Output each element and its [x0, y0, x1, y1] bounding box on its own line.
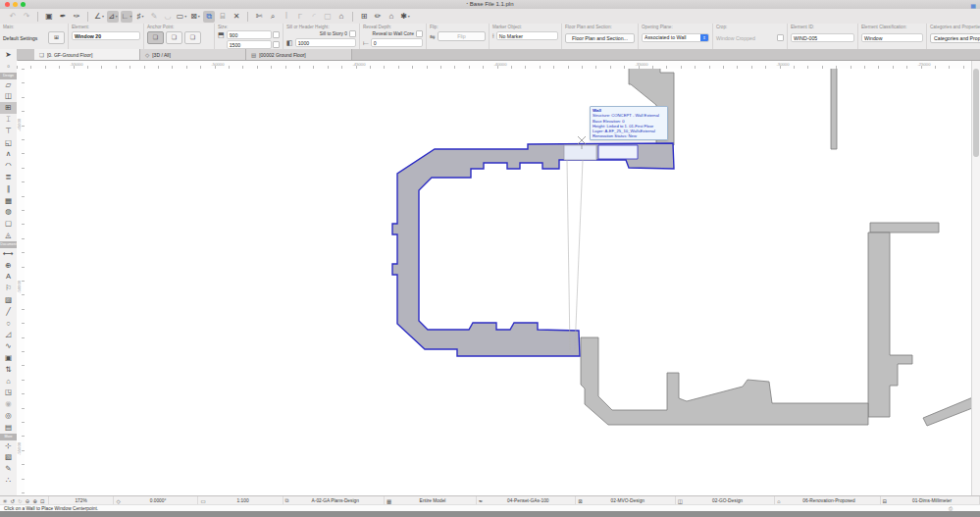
- reveal-to-core-label: Reveal to Wall Core: [373, 31, 414, 36]
- guide-lines-icon[interactable]: ∟: [121, 11, 132, 23]
- tab-2[interactable]: ◇[3D / All]: [140, 49, 246, 60]
- quick-options-icon[interactable]: ✳: [3, 498, 8, 504]
- anchor-center-button[interactable]: ❏: [166, 31, 182, 44]
- spline-tool[interactable]: ∿: [0, 340, 17, 352]
- point-cloud-tool[interactable]: ∴: [0, 475, 17, 487]
- cancel-icon[interactable]: ✕: [231, 11, 242, 23]
- elevation-edit-icon[interactable]: ⌂: [335, 11, 347, 23]
- toolbox-section-more: More: [0, 434, 17, 440]
- zone-tool[interactable]: ▢: [0, 218, 17, 230]
- zoom-in-icon[interactable]: ⊕: [32, 498, 37, 504]
- height-lock-checkbox[interactable]: [273, 41, 280, 48]
- arrow-tool[interactable]: ➤: [0, 49, 17, 61]
- popup-arrows-icon[interactable]: ⇕: [700, 33, 708, 42]
- drawing-tool[interactable]: ▣: [0, 352, 17, 364]
- scrollbar-thumb[interactable]: [973, 69, 979, 157]
- level-dimension-tool[interactable]: ⊕: [0, 260, 17, 272]
- elevation-tool[interactable]: ⌂: [0, 376, 17, 388]
- roof-tool[interactable]: ∧: [0, 148, 17, 160]
- text-tool[interactable]: A: [0, 271, 17, 283]
- pickup-parameters-icon[interactable]: ✒: [57, 11, 69, 23]
- curtain-wall-tool[interactable]: ▦: [0, 195, 17, 207]
- zoom-out-icon[interactable]: ⊖: [26, 498, 30, 504]
- mesh-tool[interactable]: ◬: [0, 230, 17, 241]
- section-tool[interactable]: ⇅: [0, 364, 17, 376]
- anchor-right-button[interactable]: ❏: [184, 31, 201, 44]
- sill-to-story-checkbox[interactable]: [349, 30, 356, 37]
- stair-tool[interactable]: ≣: [0, 172, 17, 183]
- crop-checkbox[interactable]: [777, 34, 784, 41]
- wall-bottom-complex[interactable]: [581, 337, 868, 425]
- detail-tool[interactable]: ◎: [0, 410, 17, 422]
- grid-display-icon[interactable]: ⊞: [358, 11, 370, 23]
- object-tool[interactable]: ◍: [0, 206, 17, 218]
- snap-reference-icon[interactable]: ∠: [93, 11, 105, 23]
- hotspot-tool[interactable]: ⊹: [0, 440, 17, 452]
- markup-icon[interactable]: ✏: [372, 11, 384, 23]
- figure-tool[interactable]: ▧: [0, 451, 17, 463]
- shell-tool[interactable]: ◠: [0, 160, 17, 172]
- options-icon[interactable]: ✱: [399, 11, 411, 23]
- hruler-label: -30000: [776, 62, 789, 67]
- renovation-filter-icon[interactable]: ⧉: [203, 11, 215, 23]
- polyline-tool[interactable]: ◿: [0, 329, 17, 340]
- fill-tool[interactable]: ▨: [0, 294, 17, 306]
- element-type-field[interactable]: Window 20: [72, 31, 140, 40]
- classification-field[interactable]: Window: [861, 33, 923, 42]
- window-tool[interactable]: ⊞: [0, 102, 17, 114]
- tab-overview-icon[interactable]: ▦: [970, 2, 976, 9]
- find-select-icon[interactable]: ⌕: [267, 11, 279, 23]
- beam-tool[interactable]: ⊤: [0, 126, 17, 137]
- patch-tool[interactable]: ✎: [0, 463, 17, 475]
- vertical-scrollbar[interactable]: [971, 61, 980, 495]
- existing-window[interactable]: [598, 145, 638, 159]
- reveal-to-core-checkbox[interactable]: [416, 30, 423, 37]
- fit-in-window-icon[interactable]: ⊡: [40, 498, 45, 504]
- window-placement-preview[interactable]: [564, 145, 596, 160]
- floor-plan-section-button[interactable]: Floor Plan and Section...: [565, 33, 635, 43]
- marker-field[interactable]: No Marker: [496, 31, 558, 40]
- home-story-icon[interactable]: ⌂: [386, 11, 397, 23]
- zoom-back-icon[interactable]: ↺: [11, 498, 16, 504]
- dimension-tool[interactable]: ⟷: [0, 248, 17, 260]
- railing-tool[interactable]: ∥: [0, 183, 17, 195]
- snap-points-icon[interactable]: ⊿: [107, 11, 119, 23]
- suspend-groups-icon[interactable]: ⊠: [189, 11, 201, 23]
- slab-tool[interactable]: ◱: [0, 137, 17, 149]
- marquee-tool[interactable]: ▫: [0, 61, 17, 73]
- width-lock-checkbox[interactable]: [273, 31, 280, 38]
- wall-vertical-band[interactable]: [868, 233, 912, 417]
- inject-parameters-icon[interactable]: ✑: [71, 11, 82, 23]
- wall-horizontal-bar[interactable]: [870, 223, 939, 233]
- element-id-field[interactable]: WIND-005: [791, 33, 854, 42]
- height-field[interactable]: 1500: [227, 40, 272, 49]
- door-tool[interactable]: ◫: [0, 90, 17, 102]
- settings-dialog-button[interactable]: ⊞: [48, 31, 65, 44]
- tab-1[interactable]: ❏[0. GF-Ground Floor]: [34, 49, 140, 60]
- default-settings-label[interactable]: Default Settings: [3, 35, 37, 41]
- split-icon[interactable]: ✄: [253, 11, 265, 23]
- wall-thin-vertical[interactable]: [831, 69, 837, 149]
- favorites-icon[interactable]: ▣: [43, 11, 55, 23]
- interior-elevation-tool[interactable]: ◳: [0, 387, 17, 398]
- label-tool[interactable]: ⚐: [0, 283, 17, 294]
- geometry-method-icon[interactable]: ▭: [176, 11, 187, 23]
- selected-wall-outline[interactable]: [392, 143, 674, 356]
- worksheet-tool[interactable]: ▤: [0, 422, 17, 434]
- tab-3[interactable]: ▤[00002 Ground Floor]: [246, 49, 352, 60]
- wall-tool[interactable]: ▱: [0, 79, 17, 91]
- column-tool[interactable]: ⌶: [0, 114, 17, 126]
- reveal-depth-field[interactable]: 0: [371, 38, 423, 47]
- line-tool[interactable]: ╱: [0, 306, 17, 318]
- anchor-left-button[interactable]: ❏: [147, 31, 164, 44]
- wall-bottom-right-diagonal[interactable]: [923, 394, 972, 426]
- categories-properties-button[interactable]: Categories and Properti...: [930, 33, 980, 43]
- circle-tool[interactable]: ○: [0, 318, 17, 330]
- sill-height-field[interactable]: 1000: [295, 38, 356, 47]
- element-info-icon[interactable]: ⌸: [217, 11, 229, 23]
- camera-tool[interactable]: ◉: [0, 398, 17, 410]
- width-field[interactable]: 900: [227, 30, 272, 39]
- floor-plan-canvas[interactable]: [25, 69, 972, 495]
- snap-grid-icon[interactable]: ♯: [134, 11, 146, 23]
- opening-plane-select[interactable]: Associated to Wall: [645, 33, 700, 42]
